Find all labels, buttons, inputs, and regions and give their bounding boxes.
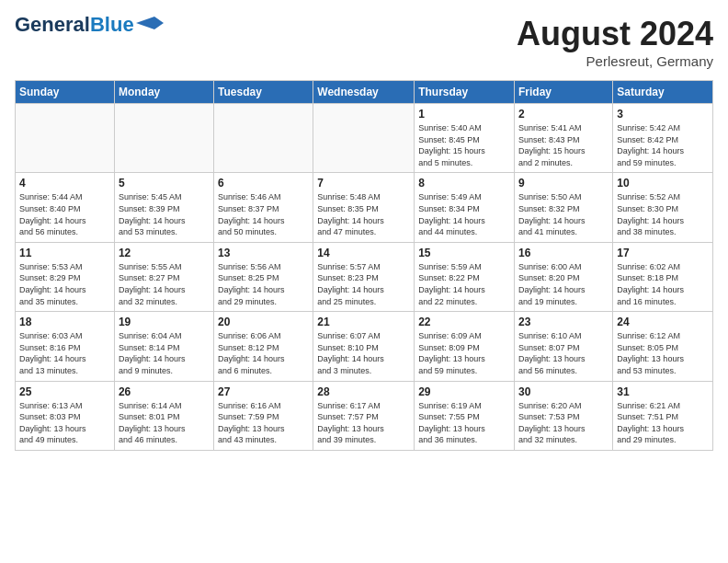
day-info: Sunrise: 5:57 AM Sunset: 8:23 PM Dayligh…: [317, 261, 410, 307]
page-header: GeneralBlue August 2024 Perlesreut, Germ…: [15, 15, 713, 69]
day-info: Sunrise: 5:40 AM Sunset: 8:45 PM Dayligh…: [418, 122, 510, 168]
day-number: 12: [119, 247, 210, 259]
day-number: 31: [617, 385, 709, 398]
calendar-col-header: Tuesday: [214, 81, 313, 104]
calendar-table: SundayMondayTuesdayWednesdayThursdayFrid…: [15, 80, 713, 451]
day-info: Sunrise: 5:49 AM Sunset: 8:34 PM Dayligh…: [418, 191, 510, 237]
calendar-cell: 3Sunrise: 5:42 AM Sunset: 8:42 PM Daylig…: [613, 104, 713, 173]
day-number: 22: [418, 316, 510, 328]
day-info: Sunrise: 6:19 AM Sunset: 7:55 PM Dayligh…: [418, 400, 510, 446]
calendar-cell: 21Sunrise: 6:07 AM Sunset: 8:10 PM Dayli…: [313, 312, 415, 381]
calendar-col-header: Saturday: [613, 81, 713, 104]
calendar-col-header: Friday: [515, 81, 613, 104]
day-number: 16: [518, 247, 609, 259]
calendar-cell: 26Sunrise: 6:14 AM Sunset: 8:01 PM Dayli…: [114, 381, 213, 450]
calendar-cell: 12Sunrise: 5:55 AM Sunset: 8:27 PM Dayli…: [114, 242, 213, 311]
day-number: 18: [19, 316, 110, 328]
calendar-week-row: 4Sunrise: 5:44 AM Sunset: 8:40 PM Daylig…: [16, 173, 713, 242]
calendar-cell: 28Sunrise: 6:17 AM Sunset: 7:57 PM Dayli…: [313, 381, 415, 450]
calendar-cell: 16Sunrise: 6:00 AM Sunset: 8:20 PM Dayli…: [515, 242, 613, 311]
day-number: 19: [119, 316, 210, 328]
calendar-cell: 30Sunrise: 6:20 AM Sunset: 7:53 PM Dayli…: [515, 381, 613, 450]
day-info: Sunrise: 6:03 AM Sunset: 8:16 PM Dayligh…: [19, 330, 110, 376]
day-info: Sunrise: 5:42 AM Sunset: 8:42 PM Dayligh…: [617, 122, 709, 168]
day-info: Sunrise: 6:04 AM Sunset: 8:14 PM Dayligh…: [119, 330, 210, 376]
calendar-cell: 20Sunrise: 6:06 AM Sunset: 8:12 PM Dayli…: [214, 312, 313, 381]
day-info: Sunrise: 5:50 AM Sunset: 8:32 PM Dayligh…: [518, 191, 609, 237]
calendar-cell: 5Sunrise: 5:45 AM Sunset: 8:39 PM Daylig…: [114, 173, 213, 242]
calendar-cell: 18Sunrise: 6:03 AM Sunset: 8:16 PM Dayli…: [16, 312, 115, 381]
calendar-cell: 15Sunrise: 5:59 AM Sunset: 8:22 PM Dayli…: [415, 242, 515, 311]
calendar-cell: 10Sunrise: 5:52 AM Sunset: 8:30 PM Dayli…: [613, 173, 713, 242]
calendar-cell: 31Sunrise: 6:21 AM Sunset: 7:51 PM Dayli…: [613, 381, 713, 450]
day-info: Sunrise: 5:59 AM Sunset: 8:22 PM Dayligh…: [418, 261, 510, 307]
calendar-week-row: 1Sunrise: 5:40 AM Sunset: 8:45 PM Daylig…: [16, 104, 713, 173]
logo-icon: [136, 17, 164, 29]
calendar-cell: 4Sunrise: 5:44 AM Sunset: 8:40 PM Daylig…: [16, 173, 115, 242]
calendar-col-header: Wednesday: [313, 81, 415, 104]
svg-marker-0: [136, 17, 164, 29]
day-info: Sunrise: 6:10 AM Sunset: 8:07 PM Dayligh…: [518, 330, 609, 376]
day-info: Sunrise: 6:00 AM Sunset: 8:20 PM Dayligh…: [518, 261, 609, 307]
day-info: Sunrise: 5:53 AM Sunset: 8:29 PM Dayligh…: [19, 261, 110, 307]
day-number: 8: [418, 177, 510, 190]
day-info: Sunrise: 6:14 AM Sunset: 8:01 PM Dayligh…: [119, 400, 210, 446]
calendar-cell: 19Sunrise: 6:04 AM Sunset: 8:14 PM Dayli…: [114, 312, 213, 381]
location-subtitle: Perlesreut, Germany: [517, 53, 713, 69]
day-info: Sunrise: 6:16 AM Sunset: 7:59 PM Dayligh…: [218, 400, 309, 446]
day-number: 13: [218, 247, 309, 259]
calendar-cell: 8Sunrise: 5:49 AM Sunset: 8:34 PM Daylig…: [415, 173, 515, 242]
day-info: Sunrise: 6:17 AM Sunset: 7:57 PM Dayligh…: [317, 400, 410, 446]
calendar-week-row: 11Sunrise: 5:53 AM Sunset: 8:29 PM Dayli…: [16, 242, 713, 311]
calendar-col-header: Sunday: [16, 81, 115, 104]
calendar-cell: 23Sunrise: 6:10 AM Sunset: 8:07 PM Dayli…: [515, 312, 613, 381]
day-number: 20: [218, 316, 309, 328]
calendar-cell: 6Sunrise: 5:46 AM Sunset: 8:37 PM Daylig…: [214, 173, 313, 242]
calendar-cell: [313, 104, 415, 173]
calendar-cell: 1Sunrise: 5:40 AM Sunset: 8:45 PM Daylig…: [415, 104, 515, 173]
day-number: 29: [418, 385, 510, 398]
day-info: Sunrise: 5:55 AM Sunset: 8:27 PM Dayligh…: [119, 261, 210, 307]
calendar-cell: 7Sunrise: 5:48 AM Sunset: 8:35 PM Daylig…: [313, 173, 415, 242]
day-info: Sunrise: 6:07 AM Sunset: 8:10 PM Dayligh…: [317, 330, 410, 376]
day-number: 23: [518, 316, 609, 328]
day-number: 4: [19, 177, 110, 190]
calendar-cell: 17Sunrise: 6:02 AM Sunset: 8:18 PM Dayli…: [613, 242, 713, 311]
calendar-week-row: 25Sunrise: 6:13 AM Sunset: 8:03 PM Dayli…: [16, 381, 713, 450]
day-info: Sunrise: 6:12 AM Sunset: 8:05 PM Dayligh…: [617, 330, 709, 376]
day-info: Sunrise: 6:06 AM Sunset: 8:12 PM Dayligh…: [218, 330, 309, 376]
day-number: 1: [418, 108, 510, 121]
title-section: August 2024 Perlesreut, Germany: [517, 15, 713, 69]
calendar-cell: 11Sunrise: 5:53 AM Sunset: 8:29 PM Dayli…: [16, 242, 115, 311]
calendar-cell: 29Sunrise: 6:19 AM Sunset: 7:55 PM Dayli…: [415, 381, 515, 450]
calendar-cell: [114, 104, 213, 173]
day-info: Sunrise: 5:56 AM Sunset: 8:25 PM Dayligh…: [218, 261, 309, 307]
calendar-header-row: SundayMondayTuesdayWednesdayThursdayFrid…: [16, 81, 713, 104]
day-number: 25: [19, 385, 110, 398]
day-number: 7: [317, 177, 410, 190]
day-number: 24: [617, 316, 709, 328]
day-number: 26: [119, 385, 210, 398]
calendar-col-header: Thursday: [415, 81, 515, 104]
day-info: Sunrise: 5:46 AM Sunset: 8:37 PM Dayligh…: [218, 191, 309, 237]
calendar-body: 1Sunrise: 5:40 AM Sunset: 8:45 PM Daylig…: [16, 104, 713, 451]
day-info: Sunrise: 5:45 AM Sunset: 8:39 PM Dayligh…: [119, 191, 210, 237]
day-number: 5: [119, 177, 210, 190]
day-info: Sunrise: 6:21 AM Sunset: 7:51 PM Dayligh…: [617, 400, 709, 446]
calendar-cell: 14Sunrise: 5:57 AM Sunset: 8:23 PM Dayli…: [313, 242, 415, 311]
logo: GeneralBlue: [15, 15, 164, 35]
day-info: Sunrise: 5:48 AM Sunset: 8:35 PM Dayligh…: [317, 191, 410, 237]
calendar-cell: [214, 104, 313, 173]
day-info: Sunrise: 5:41 AM Sunset: 8:43 PM Dayligh…: [518, 122, 609, 168]
calendar-cell: 25Sunrise: 6:13 AM Sunset: 8:03 PM Dayli…: [16, 381, 115, 450]
day-number: 14: [317, 247, 410, 259]
day-number: 3: [617, 108, 709, 121]
day-number: 9: [518, 177, 609, 190]
day-info: Sunrise: 6:20 AM Sunset: 7:53 PM Dayligh…: [518, 400, 609, 446]
day-number: 10: [617, 177, 709, 190]
day-info: Sunrise: 6:09 AM Sunset: 8:09 PM Dayligh…: [418, 330, 510, 376]
day-number: 11: [19, 247, 110, 259]
day-number: 30: [518, 385, 609, 398]
day-info: Sunrise: 6:02 AM Sunset: 8:18 PM Dayligh…: [617, 261, 709, 307]
month-year-title: August 2024: [517, 15, 713, 53]
